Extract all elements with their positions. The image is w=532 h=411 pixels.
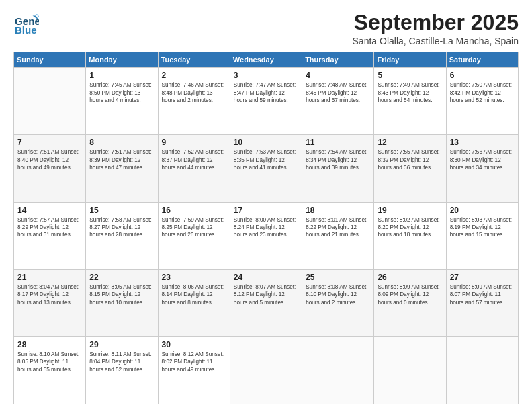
calendar-week-row: 7Sunrise: 7:51 AM Sunset: 8:40 PM Daylig… — [14, 135, 519, 202]
calendar-cell: 4Sunrise: 7:48 AM Sunset: 8:45 PM Daylig… — [302, 68, 374, 135]
day-number: 11 — [306, 138, 370, 147]
day-number: 22 — [89, 273, 154, 282]
day-number: 26 — [378, 273, 442, 282]
day-number: 18 — [306, 205, 370, 215]
calendar-cell: 11Sunrise: 7:54 AM Sunset: 8:34 PM Dayli… — [302, 135, 374, 202]
calendar-cell: 23Sunrise: 8:06 AM Sunset: 8:14 PM Dayli… — [158, 269, 230, 336]
col-header-friday: Friday — [374, 52, 446, 68]
calendar-cell: 6Sunrise: 7:50 AM Sunset: 8:42 PM Daylig… — [446, 68, 518, 135]
day-info: Sunrise: 8:01 AM Sunset: 8:22 PM Dayligh… — [306, 216, 370, 239]
calendar-cell — [230, 336, 302, 404]
svg-text:Blue: Blue — [15, 24, 37, 36]
day-number: 7 — [17, 138, 82, 147]
calendar-cell: 8Sunrise: 7:51 AM Sunset: 8:39 PM Daylig… — [86, 135, 158, 202]
day-info: Sunrise: 8:03 AM Sunset: 8:19 PM Dayligh… — [450, 216, 515, 239]
day-info: Sunrise: 8:09 AM Sunset: 8:09 PM Dayligh… — [378, 283, 442, 306]
day-info: Sunrise: 8:12 AM Sunset: 8:02 PM Dayligh… — [162, 351, 226, 373]
calendar-cell: 26Sunrise: 8:09 AM Sunset: 8:09 PM Dayli… — [374, 269, 446, 336]
day-info: Sunrise: 7:51 AM Sunset: 8:40 PM Dayligh… — [17, 148, 82, 171]
calendar-cell — [302, 336, 374, 404]
calendar-table: SundayMondayTuesdayWednesdayThursdayFrid… — [13, 52, 519, 404]
calendar-cell: 25Sunrise: 8:08 AM Sunset: 8:10 PM Dayli… — [302, 269, 374, 336]
calendar-cell: 9Sunrise: 7:52 AM Sunset: 8:37 PM Daylig… — [158, 135, 230, 202]
day-number: 3 — [234, 71, 298, 80]
day-info: Sunrise: 7:51 AM Sunset: 8:39 PM Dayligh… — [89, 148, 154, 171]
calendar-cell: 2Sunrise: 7:46 AM Sunset: 8:48 PM Daylig… — [158, 68, 230, 135]
day-info: Sunrise: 8:06 AM Sunset: 8:14 PM Dayligh… — [162, 283, 226, 306]
day-info: Sunrise: 7:54 AM Sunset: 8:34 PM Dayligh… — [306, 148, 370, 171]
day-number: 13 — [450, 138, 515, 147]
col-header-sunday: Sunday — [14, 52, 86, 68]
day-info: Sunrise: 8:07 AM Sunset: 8:12 PM Dayligh… — [234, 283, 298, 306]
calendar-cell: 14Sunrise: 7:57 AM Sunset: 8:29 PM Dayli… — [14, 202, 86, 269]
day-number: 4 — [306, 71, 370, 80]
day-number: 9 — [162, 138, 226, 147]
calendar-cell: 19Sunrise: 8:02 AM Sunset: 8:20 PM Dayli… — [374, 202, 446, 269]
day-number: 29 — [89, 340, 154, 349]
calendar-cell: 10Sunrise: 7:53 AM Sunset: 8:35 PM Dayli… — [230, 135, 302, 202]
day-info: Sunrise: 7:52 AM Sunset: 8:37 PM Dayligh… — [162, 148, 226, 171]
calendar-cell: 18Sunrise: 8:01 AM Sunset: 8:22 PM Dayli… — [302, 202, 374, 269]
day-info: Sunrise: 7:49 AM Sunset: 8:43 PM Dayligh… — [378, 81, 442, 104]
day-info: Sunrise: 7:56 AM Sunset: 8:30 PM Dayligh… — [450, 148, 515, 171]
calendar-cell: 22Sunrise: 8:05 AM Sunset: 8:15 PM Dayli… — [86, 269, 158, 336]
day-info: Sunrise: 8:02 AM Sunset: 8:20 PM Dayligh… — [378, 216, 442, 239]
calendar-cell: 16Sunrise: 7:59 AM Sunset: 8:25 PM Dayli… — [158, 202, 230, 269]
calendar-cell: 7Sunrise: 7:51 AM Sunset: 8:40 PM Daylig… — [14, 135, 86, 202]
day-number: 16 — [162, 205, 226, 215]
calendar-week-row: 14Sunrise: 7:57 AM Sunset: 8:29 PM Dayli… — [14, 202, 519, 269]
calendar-cell — [446, 336, 518, 404]
col-header-thursday: Thursday — [302, 52, 374, 68]
day-number: 20 — [450, 205, 515, 215]
page-header: General Blue September 2025 Santa Olalla… — [13, 11, 519, 46]
day-number: 19 — [378, 205, 442, 215]
day-info: Sunrise: 8:10 AM Sunset: 8:05 PM Dayligh… — [17, 351, 82, 373]
subtitle: Santa Olalla, Castille-La Mancha, Spain — [353, 36, 519, 46]
calendar-cell: 15Sunrise: 7:58 AM Sunset: 8:27 PM Dayli… — [86, 202, 158, 269]
day-number: 12 — [378, 138, 442, 147]
calendar-cell: 27Sunrise: 8:09 AM Sunset: 8:07 PM Dayli… — [446, 269, 518, 336]
day-info: Sunrise: 8:08 AM Sunset: 8:10 PM Dayligh… — [306, 283, 370, 306]
day-number: 23 — [162, 273, 226, 282]
title-block: September 2025 Santa Olalla, Castille-La… — [353, 11, 519, 46]
calendar-header-row: SundayMondayTuesdayWednesdayThursdayFrid… — [14, 52, 519, 68]
calendar-cell — [374, 336, 446, 404]
day-number: 2 — [162, 71, 226, 80]
day-info: Sunrise: 7:58 AM Sunset: 8:27 PM Dayligh… — [89, 216, 154, 239]
day-info: Sunrise: 7:46 AM Sunset: 8:48 PM Dayligh… — [162, 81, 226, 104]
day-info: Sunrise: 7:55 AM Sunset: 8:32 PM Dayligh… — [378, 148, 442, 171]
calendar-cell: 13Sunrise: 7:56 AM Sunset: 8:30 PM Dayli… — [446, 135, 518, 202]
calendar-week-row: 21Sunrise: 8:04 AM Sunset: 8:17 PM Dayli… — [14, 269, 519, 336]
day-info: Sunrise: 8:11 AM Sunset: 8:04 PM Dayligh… — [89, 351, 154, 373]
col-header-saturday: Saturday — [446, 52, 518, 68]
day-number: 17 — [234, 205, 298, 215]
day-number: 10 — [234, 138, 298, 147]
day-number: 6 — [450, 71, 515, 80]
calendar-cell: 20Sunrise: 8:03 AM Sunset: 8:19 PM Dayli… — [446, 202, 518, 269]
day-info: Sunrise: 7:59 AM Sunset: 8:25 PM Dayligh… — [162, 216, 226, 239]
calendar-cell: 3Sunrise: 7:47 AM Sunset: 8:47 PM Daylig… — [230, 68, 302, 135]
calendar-cell: 24Sunrise: 8:07 AM Sunset: 8:12 PM Dayli… — [230, 269, 302, 336]
calendar-week-row: 1Sunrise: 7:45 AM Sunset: 8:50 PM Daylig… — [14, 68, 519, 135]
day-number: 15 — [89, 205, 154, 215]
col-header-tuesday: Tuesday — [158, 52, 230, 68]
calendar-cell: 30Sunrise: 8:12 AM Sunset: 8:02 PM Dayli… — [158, 336, 230, 404]
calendar-week-row: 28Sunrise: 8:10 AM Sunset: 8:05 PM Dayli… — [14, 336, 519, 404]
day-info: Sunrise: 7:53 AM Sunset: 8:35 PM Dayligh… — [234, 148, 298, 171]
day-number: 27 — [450, 273, 515, 282]
day-number: 28 — [17, 340, 82, 349]
day-info: Sunrise: 7:50 AM Sunset: 8:42 PM Dayligh… — [450, 81, 515, 104]
calendar-cell: 12Sunrise: 7:55 AM Sunset: 8:32 PM Dayli… — [374, 135, 446, 202]
logo: General Blue — [13, 11, 42, 36]
calendar-cell: 28Sunrise: 8:10 AM Sunset: 8:05 PM Dayli… — [14, 336, 86, 404]
day-number: 1 — [89, 71, 154, 80]
calendar-cell: 1Sunrise: 7:45 AM Sunset: 8:50 PM Daylig… — [86, 68, 158, 135]
day-info: Sunrise: 8:09 AM Sunset: 8:07 PM Dayligh… — [450, 283, 515, 306]
calendar-cell: 29Sunrise: 8:11 AM Sunset: 8:04 PM Dayli… — [86, 336, 158, 404]
day-number: 30 — [162, 340, 226, 349]
day-info: Sunrise: 7:48 AM Sunset: 8:45 PM Dayligh… — [306, 81, 370, 104]
day-info: Sunrise: 8:04 AM Sunset: 8:17 PM Dayligh… — [17, 283, 82, 306]
calendar-cell: 5Sunrise: 7:49 AM Sunset: 8:43 PM Daylig… — [374, 68, 446, 135]
calendar-cell: 21Sunrise: 8:04 AM Sunset: 8:17 PM Dayli… — [14, 269, 86, 336]
day-number: 21 — [17, 273, 82, 282]
